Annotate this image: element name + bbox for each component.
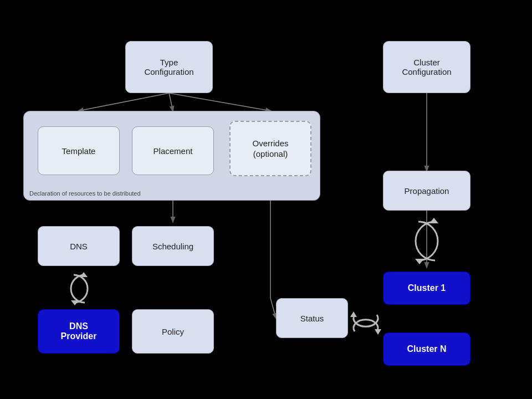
svg-line-0 bbox=[79, 93, 169, 111]
svg-marker-13 bbox=[415, 259, 424, 264]
dns-box: DNS bbox=[38, 226, 120, 266]
dns-provider-box: DNS Provider bbox=[38, 309, 120, 354]
propagation-label: Propagation bbox=[405, 186, 449, 196]
svg-line-5 bbox=[270, 298, 276, 318]
overrides-box: Overrides (optional) bbox=[229, 121, 311, 176]
clusterN-box: Cluster N bbox=[383, 332, 470, 366]
template-box: Template bbox=[38, 126, 120, 175]
overrides-label: Overrides (optional) bbox=[252, 138, 288, 160]
propagation-box: Propagation bbox=[383, 171, 470, 211]
scheduling-label: Scheduling bbox=[152, 242, 193, 251]
dns-label: DNS bbox=[70, 242, 88, 251]
policy-box: Policy bbox=[132, 309, 214, 354]
template-label: Template bbox=[62, 146, 96, 156]
svg-marker-11 bbox=[375, 329, 381, 335]
clusterN-label: Cluster N bbox=[407, 344, 446, 354]
cluster1-box: Cluster 1 bbox=[383, 272, 470, 305]
status-box: Status bbox=[276, 298, 348, 338]
svg-line-1 bbox=[169, 93, 173, 111]
status-label: Status bbox=[300, 314, 324, 323]
type-configuration-box: Type Configuration bbox=[125, 41, 213, 93]
dns-provider-label: DNS Provider bbox=[61, 321, 97, 341]
placement-box: Placement bbox=[132, 126, 214, 175]
cluster-configuration-label: Cluster Configuration bbox=[402, 58, 451, 76]
group-label: Declaration of resources to be distribut… bbox=[29, 190, 141, 197]
svg-marker-10 bbox=[350, 311, 357, 317]
type-configuration-label: Type Configuration bbox=[144, 58, 193, 76]
policy-label: Policy bbox=[162, 327, 184, 336]
svg-marker-12 bbox=[429, 218, 438, 223]
placement-label: Placement bbox=[154, 146, 193, 156]
cluster1-label: Cluster 1 bbox=[408, 283, 446, 293]
scheduling-box: Scheduling bbox=[132, 226, 214, 266]
cluster-configuration-box: Cluster Configuration bbox=[383, 41, 470, 93]
svg-line-2 bbox=[169, 93, 270, 111]
